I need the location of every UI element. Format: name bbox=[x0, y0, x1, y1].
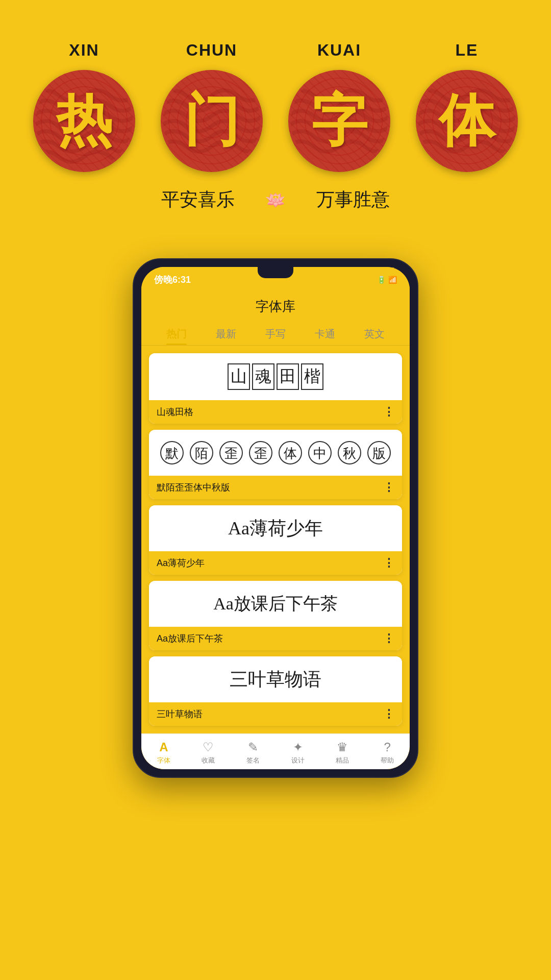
char-ti: 体 bbox=[439, 83, 495, 159]
circle-re: 热 bbox=[33, 70, 135, 172]
circle-char-2: 陌 bbox=[190, 441, 213, 464]
more-button-5[interactable]: ⋮ bbox=[383, 707, 394, 721]
font-preview-clover: 三叶草物语 bbox=[149, 656, 402, 702]
nav-help[interactable]: ? 帮助 bbox=[381, 740, 394, 765]
nav-design[interactable]: ✦ 设计 bbox=[291, 740, 305, 765]
tab-english[interactable]: 英文 bbox=[350, 323, 399, 345]
circle-zi: 字 bbox=[288, 70, 390, 172]
more-button-2[interactable]: ⋮ bbox=[383, 481, 394, 494]
font-preview-shanwei: 山 魂 田 楷 bbox=[149, 353, 402, 400]
wifi-icon: 📶 bbox=[388, 276, 397, 284]
font-card-footer-4: Aa放课后下午茶 ⋮ bbox=[149, 627, 402, 650]
label-kuai: KUAI bbox=[288, 41, 390, 60]
font-card-shanwei[interactable]: 山 魂 田 楷 山魂田格 ⋮ bbox=[149, 353, 402, 424]
font-name-3: Aa薄荷少年 bbox=[157, 557, 205, 569]
nav-icon-design: ✦ bbox=[293, 740, 303, 754]
nav-label-signature: 签名 bbox=[246, 756, 260, 765]
font-card-footer-2: 默陌歪歪体中秋版 ⋮ bbox=[149, 476, 402, 499]
subtitle-row: 平安喜乐 🪷 万事胜意 bbox=[161, 187, 390, 212]
nav-fonts[interactable]: A 字体 bbox=[157, 740, 170, 765]
nav-premium[interactable]: ♛ 精品 bbox=[336, 740, 349, 765]
font-name-4: Aa放课后下午茶 bbox=[157, 632, 223, 645]
status-time: 傍晚6:31 bbox=[154, 274, 191, 286]
labels-row: XIN CHUN KUAI LE bbox=[20, 41, 531, 60]
font-card-footer-5: 三叶草物语 ⋮ bbox=[149, 702, 402, 726]
app-content: 字体库 热门 最新 手写 卡通 英文 山 bbox=[141, 292, 410, 769]
font-preview-mint: Aa薄荷少年 bbox=[149, 505, 402, 551]
font-name-2: 默陌歪歪体中秋版 bbox=[157, 481, 230, 494]
status-bar: 傍晚6:31 🔋 📶 bbox=[141, 267, 410, 292]
circle-char-4: 歪 bbox=[249, 441, 272, 464]
font-name-1: 山魂田格 bbox=[157, 406, 193, 418]
more-button-4[interactable]: ⋮ bbox=[383, 632, 394, 645]
label-xin: XIN bbox=[33, 41, 135, 60]
top-section: XIN CHUN KUAI LE 热 bbox=[0, 0, 551, 258]
nav-label-design: 设计 bbox=[291, 756, 305, 765]
nav-icon-help: ? bbox=[384, 740, 390, 754]
font-name-5: 三叶草物语 bbox=[157, 708, 203, 720]
subtitle-right: 万事胜意 bbox=[316, 187, 390, 212]
tabs-row[interactable]: 热门 最新 手写 卡通 英文 bbox=[141, 323, 410, 346]
nav-icon-signature: ✎ bbox=[248, 740, 258, 754]
font-preview-momai: 默 陌 歪 歪 体 中 秋 版 bbox=[149, 430, 402, 476]
circle-char-5: 体 bbox=[279, 441, 302, 464]
tab-cartoon[interactable]: 卡通 bbox=[300, 323, 350, 345]
nav-icon-premium: ♛ bbox=[337, 740, 348, 754]
nav-label-help: 帮助 bbox=[381, 756, 394, 765]
circle-char-6: 中 bbox=[308, 441, 332, 464]
font-preview-text-shanwei: 山 魂 田 楷 bbox=[228, 363, 323, 390]
char-re: 热 bbox=[56, 83, 112, 159]
tab-new[interactable]: 最新 bbox=[201, 323, 251, 345]
circle-char-1: 默 bbox=[160, 441, 184, 464]
font-card-momai[interactable]: 默 陌 歪 歪 体 中 秋 版 默陌歪歪体中秋版 bbox=[149, 430, 402, 499]
font-preview-text-mint: Aa薄荷少年 bbox=[228, 516, 323, 541]
circle-men: 门 bbox=[161, 70, 263, 172]
nav-icon-favorites: ♡ bbox=[203, 740, 214, 754]
label-chun: CHUN bbox=[161, 41, 263, 60]
nav-label-favorites: 收藏 bbox=[202, 756, 215, 765]
circle-char-3: 歪 bbox=[219, 441, 243, 464]
font-card-clover[interactable]: 三叶草物语 三叶草物语 ⋮ bbox=[149, 656, 402, 726]
subtitle-left: 平安喜乐 bbox=[161, 187, 235, 212]
font-cards-list: 山 魂 田 楷 山魂田格 ⋮ bbox=[141, 353, 410, 726]
font-preview-text-clover: 三叶草物语 bbox=[230, 667, 321, 692]
tab-hot[interactable]: 热门 bbox=[152, 323, 201, 345]
font-preview-afternoon: Aa放课后下午茶 bbox=[149, 581, 402, 627]
more-button-1[interactable]: ⋮ bbox=[383, 405, 394, 419]
grid-char-1: 山 bbox=[228, 363, 250, 390]
circle-char-8: 版 bbox=[367, 441, 391, 464]
font-card-footer-3: Aa薄荷少年 ⋮ bbox=[149, 551, 402, 575]
nav-label-premium: 精品 bbox=[336, 756, 349, 765]
nav-favorites[interactable]: ♡ 收藏 bbox=[202, 740, 215, 765]
phone-frame: 傍晚6:31 🔋 📶 字体库 热门 最新 手写 卡通 英文 bbox=[133, 258, 418, 778]
grid-char-4: 楷 bbox=[301, 363, 323, 390]
grid-char-3: 田 bbox=[277, 363, 299, 390]
font-preview-text-afternoon: Aa放课后下午茶 bbox=[213, 592, 338, 616]
font-card-afternoon[interactable]: Aa放课后下午茶 Aa放课后下午茶 ⋮ bbox=[149, 581, 402, 650]
label-le: LE bbox=[416, 41, 518, 60]
font-card-footer-1: 山魂田格 ⋮ bbox=[149, 400, 402, 424]
phone-inner: 傍晚6:31 🔋 📶 字体库 热门 最新 手写 卡通 英文 bbox=[141, 267, 410, 769]
circle-char-7: 秋 bbox=[338, 441, 361, 464]
circle-ti: 体 bbox=[416, 70, 518, 172]
phone-wrapper: 傍晚6:31 🔋 📶 字体库 热门 最新 手写 卡通 英文 bbox=[0, 258, 551, 808]
app-title: 字体库 bbox=[141, 292, 410, 323]
nav-icon-fonts: A bbox=[159, 740, 168, 754]
bottom-nav: A 字体 ♡ 收藏 ✎ 签名 ✦ 设计 bbox=[141, 733, 410, 769]
nav-signature[interactable]: ✎ 签名 bbox=[246, 740, 260, 765]
more-button-3[interactable]: ⋮ bbox=[383, 556, 394, 570]
char-zi: 字 bbox=[311, 83, 367, 159]
lotus-icon: 🪷 bbox=[265, 190, 286, 210]
font-card-mint[interactable]: Aa薄荷少年 Aa薄荷少年 ⋮ bbox=[149, 505, 402, 575]
nav-label-fonts: 字体 bbox=[157, 756, 170, 765]
char-men: 门 bbox=[184, 83, 240, 159]
camera-notch bbox=[258, 267, 293, 278]
battery-icon: 🔋 bbox=[377, 276, 386, 284]
status-icons: 🔋 📶 bbox=[377, 276, 397, 284]
tab-handwrite[interactable]: 手写 bbox=[251, 323, 300, 345]
circles-row: 热 门 bbox=[20, 70, 531, 172]
grid-char-2: 魂 bbox=[252, 363, 274, 390]
